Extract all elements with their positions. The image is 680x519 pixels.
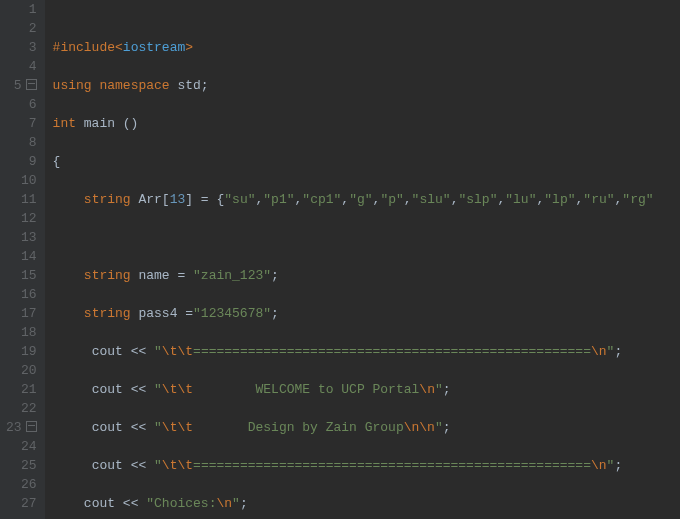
code-line: int main () <box>53 114 654 133</box>
code-line: { <box>53 152 654 171</box>
code-line: cout << "\t\t Design by Zain Group\n\n"; <box>53 418 654 437</box>
line-number: 20 <box>6 361 37 380</box>
fold-icon[interactable] <box>26 421 37 432</box>
code-line: cout << "\t\t===========================… <box>53 342 654 361</box>
line-number: 27 <box>6 494 37 513</box>
line-number: 5 <box>6 76 37 95</box>
code-line <box>53 228 654 247</box>
line-number: 11 <box>6 190 37 209</box>
line-number: 8 <box>6 133 37 152</box>
line-number: 19 <box>6 342 37 361</box>
line-number: 21 <box>6 380 37 399</box>
line-number: 3 <box>6 38 37 57</box>
line-number: 14 <box>6 247 37 266</box>
code-line: cout << "\t\t===========================… <box>53 456 654 475</box>
line-number: 1 <box>6 0 37 19</box>
line-number: 17 <box>6 304 37 323</box>
code-area[interactable]: #include<iostream> using namespace std; … <box>45 0 654 519</box>
line-number: 4 <box>6 57 37 76</box>
code-editor[interactable]: 1234567891011121314151617181920212223242… <box>0 0 680 519</box>
line-number: 25 <box>6 456 37 475</box>
line-number: 7 <box>6 114 37 133</box>
code-line: cout << "Choices:\n"; <box>53 494 654 513</box>
line-number: 9 <box>6 152 37 171</box>
code-line: string name = "zain_123"; <box>53 266 654 285</box>
line-number: 15 <box>6 266 37 285</box>
line-number: 13 <box>6 228 37 247</box>
code-line: string Arr[13] = {"su","p1","cp1","g","p… <box>53 190 654 209</box>
code-line: cout << "\t\t WELCOME to UCP Portal\n"; <box>53 380 654 399</box>
line-number: 18 <box>6 323 37 342</box>
code-line: using namespace std; <box>53 76 654 95</box>
line-number-gutter: 1234567891011121314151617181920212223242… <box>0 0 45 519</box>
line-number: 26 <box>6 475 37 494</box>
line-number: 12 <box>6 209 37 228</box>
line-number: 10 <box>6 171 37 190</box>
fold-icon[interactable] <box>26 79 37 90</box>
line-number: 22 <box>6 399 37 418</box>
line-number: 16 <box>6 285 37 304</box>
line-number: 2 <box>6 19 37 38</box>
code-line: #include<iostream> <box>53 38 654 57</box>
line-number: 23 <box>6 418 37 437</box>
code-line: string pass4 ="12345678"; <box>53 304 654 323</box>
line-number: 6 <box>6 95 37 114</box>
line-number: 24 <box>6 437 37 456</box>
